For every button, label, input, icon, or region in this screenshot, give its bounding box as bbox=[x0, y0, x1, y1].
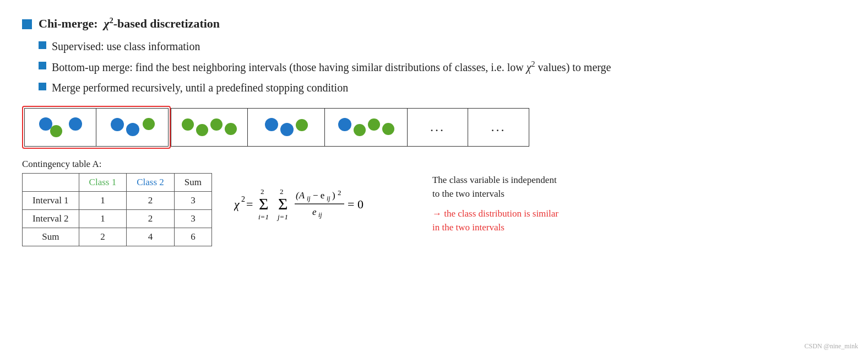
description-line1: The class variable is independent bbox=[432, 173, 558, 187]
interval-cell-ellipsis-2: ... bbox=[468, 109, 529, 146]
table-cell-interval2-class2: 2 bbox=[127, 209, 175, 228]
main-bullet-icon bbox=[22, 19, 32, 29]
svg-text:2: 2 bbox=[261, 187, 264, 196]
sub-bullet-icon-1 bbox=[39, 41, 46, 49]
svg-text:): ) bbox=[332, 190, 335, 201]
table-cell-interval2-sum: 3 bbox=[174, 209, 211, 228]
interval-cell-4 bbox=[248, 109, 325, 146]
ellipsis-2: ... bbox=[491, 120, 506, 134]
svg-text:Σ: Σ bbox=[259, 195, 268, 213]
dot-green bbox=[50, 125, 62, 137]
dot-blue-4 bbox=[126, 123, 139, 136]
svg-text:2: 2 bbox=[280, 187, 284, 196]
svg-text:2: 2 bbox=[338, 188, 341, 197]
table-cell-interval1-class2: 2 bbox=[127, 191, 175, 209]
arrow-description-2: in the two intervals bbox=[432, 222, 504, 233]
table-row: Interval 1 1 2 3 bbox=[23, 191, 212, 209]
contingency-table: Class 1 Class 2 Sum Interval 1 1 2 3 Int… bbox=[22, 173, 212, 246]
table-header-class2: Class 2 bbox=[127, 173, 175, 191]
svg-text:=: = bbox=[246, 197, 253, 211]
sub-bullet-icon-2 bbox=[39, 62, 46, 69]
sub-bullet-2: Bottom-up merge: find the best neighbori… bbox=[39, 59, 846, 75]
sub-bullet-text-1: Supervised: use class information bbox=[52, 39, 200, 55]
interval-cell-2 bbox=[96, 109, 168, 146]
table-header-sum: Sum bbox=[174, 173, 211, 191]
arrow-icon: → bbox=[432, 208, 442, 219]
sub-bullet-1: Supervised: use class information bbox=[39, 39, 846, 55]
table-cell-sum-sum: 6 bbox=[174, 228, 211, 246]
svg-text:= 0: = 0 bbox=[348, 197, 364, 211]
sub-bullet-text-3: Merge performed recursively, until a pre… bbox=[52, 80, 348, 96]
table-header-class1: Class 1 bbox=[79, 173, 127, 191]
main-bullet: Chi-merge: χ2-based discretization bbox=[22, 17, 846, 31]
svg-text:ij: ij bbox=[318, 211, 322, 219]
sub-bullet-text-2: Bottom-up merge: find the best neighbori… bbox=[52, 59, 611, 75]
svg-text:(A: (A bbox=[296, 190, 305, 201]
dot-green-2 bbox=[143, 118, 155, 130]
contingency-label: Contingency table A: bbox=[22, 159, 212, 170]
svg-text:j=1: j=1 bbox=[276, 213, 288, 221]
table-cell-sum-class2: 4 bbox=[127, 228, 175, 246]
ellipsis-1: ... bbox=[430, 120, 445, 134]
svg-text:χ: χ bbox=[234, 197, 240, 211]
svg-text:2: 2 bbox=[241, 195, 245, 203]
arrow-description: the class distribution is similar bbox=[442, 208, 558, 219]
interval-cell-5 bbox=[325, 109, 408, 146]
svg-text:− e: − e bbox=[313, 190, 324, 201]
formula-svg: χ 2 = Σ i=1 2 Σ j=1 2 (A ij − e ij ) 2 e… bbox=[234, 175, 394, 236]
bottom-section: Contingency table A: Class 1 Class 2 Sum… bbox=[22, 159, 846, 246]
table-cell-sum-class1: 2 bbox=[79, 228, 127, 246]
arrow-text: → the class distribution is similar in t… bbox=[432, 207, 558, 235]
table-cell-interval2-label: Interval 2 bbox=[23, 209, 79, 228]
sub-bullet-icon-3 bbox=[39, 83, 46, 90]
table-cell-interval1-class1: 1 bbox=[79, 191, 127, 209]
svg-text:ij: ij bbox=[327, 195, 330, 202]
table-cell-interval1-label: Interval 1 bbox=[23, 191, 79, 209]
sub-bullets: Supervised: use class information Bottom… bbox=[39, 39, 846, 96]
table-cell-sum-label: Sum bbox=[23, 228, 79, 246]
table-header-empty bbox=[23, 173, 79, 191]
svg-text:i=1: i=1 bbox=[258, 213, 269, 221]
description-section: The class variable is independent to the… bbox=[432, 159, 558, 235]
dot-blue-2 bbox=[69, 117, 82, 131]
interval-cell-1 bbox=[25, 109, 96, 146]
interval-cell-ellipsis-1: ... bbox=[408, 109, 468, 146]
intervals-outer: ... ... bbox=[171, 108, 529, 147]
table-row: Interval 2 1 2 3 bbox=[23, 209, 212, 228]
intervals-container: ... ... bbox=[22, 106, 846, 149]
table-section: Contingency table A: Class 1 Class 2 Sum… bbox=[22, 159, 212, 246]
main-bullet-text: Chi-merge: χ2-based discretization bbox=[39, 17, 220, 31]
table-header-row: Class 1 Class 2 Sum bbox=[23, 173, 212, 191]
table-cell-interval2-class1: 1 bbox=[79, 209, 127, 228]
description-line2: to the two intervals bbox=[432, 187, 558, 201]
table-row: Sum 2 4 6 bbox=[23, 228, 212, 246]
red-box-wrapper bbox=[22, 106, 171, 149]
formula-section: χ 2 = Σ i=1 2 Σ j=1 2 (A ij − e ij ) 2 e… bbox=[234, 159, 410, 236]
svg-text:Σ: Σ bbox=[278, 195, 287, 213]
watermark: CSDN @nine_mink bbox=[805, 342, 858, 350]
sub-bullet-3: Merge performed recursively, until a pre… bbox=[39, 80, 846, 96]
table-cell-interval1-sum: 3 bbox=[174, 191, 211, 209]
interval-cell-3 bbox=[171, 109, 248, 146]
svg-text:ij: ij bbox=[307, 195, 311, 202]
svg-text:e: e bbox=[312, 207, 317, 217]
dot-blue-3 bbox=[111, 118, 124, 131]
